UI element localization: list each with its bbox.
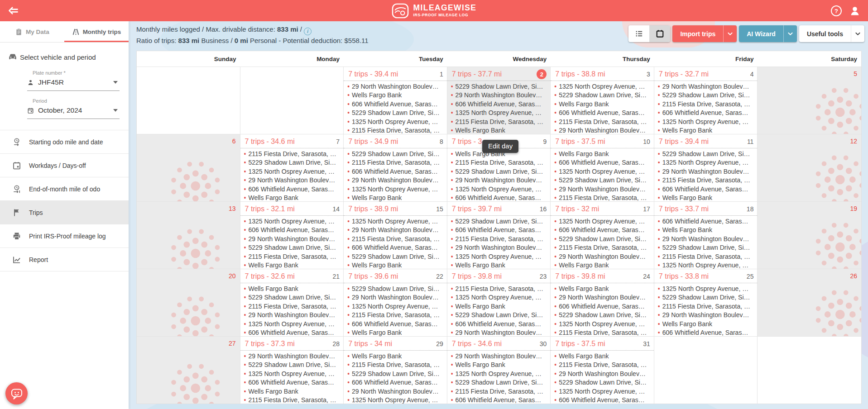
- tab-monthly-trips[interactable]: Monthly trips: [64, 21, 129, 42]
- collapse-sidebar-icon[interactable]: [7, 5, 19, 17]
- avatar-icon[interactable]: [849, 5, 861, 17]
- calendar-day-24[interactable]: 7 trips - 39.8 mi24•Wells Fargo Bank•29 …: [551, 269, 654, 336]
- bullet-icon: •: [244, 370, 246, 377]
- calendar-day-1[interactable]: 7 trips - 39.4 mi1•29 North Washington B…: [344, 67, 447, 134]
- bullet-icon: •: [658, 100, 660, 108]
- calendar-day-8[interactable]: 7 trips - 34.9 mi8•5229 Shadow Lawn Driv…: [344, 134, 447, 201]
- bullet-icon: •: [347, 320, 350, 328]
- sidebar: My Data Monthly trips Select vehicle and…: [0, 21, 129, 409]
- calendar-day-15[interactable]: 7 trips - 38.9 mi15•1325 North Osprey Av…: [344, 202, 447, 269]
- period-select[interactable]: October, 2024: [27, 106, 120, 119]
- bullet-icon: •: [347, 218, 350, 225]
- calendar-day-12[interactable]: 12: [758, 134, 861, 201]
- trip-location: 29 North Washington Boulev…: [456, 244, 542, 251]
- calendar-day-16[interactable]: 7 trips - 39.7 mi16•5229 Shadow Lawn Dri…: [447, 202, 551, 269]
- calendar-day-11[interactable]: 7 trips - 39.4 mi11•5229 Shadow Lawn Dri…: [654, 134, 758, 201]
- day-number: 31: [643, 340, 650, 347]
- tab-my-data[interactable]: My Data: [0, 21, 64, 42]
- calendar-day-23[interactable]: 7 trips - 39.8 mi23•2115 Fiesta Drive, S…: [447, 269, 551, 336]
- bullet-icon: •: [244, 396, 246, 404]
- calendar-day-25[interactable]: 7 trips - 33.8 mi25•1325 North Osprey Av…: [654, 269, 758, 336]
- calendar-day-18[interactable]: 7 trips - 33.7 mi18•606 Whitfield Avenue…: [654, 202, 758, 269]
- calendar-day-31[interactable]: 7 trips - 37.5 mi31•Wells Fargo Bank•211…: [551, 337, 654, 404]
- ai-wizard-button[interactable]: AI Wizard: [739, 25, 797, 42]
- plate-number-select[interactable]: JHF45R: [27, 78, 120, 91]
- bullet-icon: •: [244, 285, 246, 292]
- useful-tools-button[interactable]: Useful tools: [799, 25, 864, 42]
- calendar-day-17[interactable]: 7 trips - 32 mi17•1325 North Osprey Aven…: [551, 202, 654, 269]
- calendar-day-21[interactable]: 7 trips - 32.6 mi21•Wells Fargo Bank•522…: [240, 269, 344, 336]
- trip-list-item: •5229 Shadow Lawn Drive, Si…: [451, 379, 549, 387]
- trip-list-item: •2115 Fiesta Drive, Sarasota, …: [347, 311, 445, 320]
- day-trips-summary: 7 trips - 32.1 mi: [245, 204, 295, 214]
- trip-location: 5229 Shadow Lawn Drive, Si…: [559, 176, 647, 184]
- chevron-down-icon[interactable]: [783, 25, 797, 42]
- trip-list-item: •29 North Washington Boulev…: [451, 352, 549, 361]
- calendar-day-5[interactable]: 5: [758, 67, 861, 134]
- trip-list-item: •Wells Fargo Bank: [244, 285, 342, 294]
- tab-label: Monthly trips: [83, 29, 121, 35]
- sidebar-item-end-of-month-mile-of-odo[interactable]: End-of-month mile of odo: [0, 177, 129, 201]
- list-view-button[interactable]: [628, 25, 649, 42]
- bullet-icon: •: [244, 262, 246, 269]
- day-number: 21: [333, 273, 340, 280]
- chevron-down-icon[interactable]: [851, 25, 864, 42]
- bullet-icon: •: [347, 194, 350, 201]
- trip-location: 1325 North Osprey Avenue, …: [559, 388, 645, 395]
- trip-location: 29 North Washington Boulev…: [456, 352, 542, 360]
- calendar-view-button[interactable]: [649, 25, 670, 42]
- info-icon[interactable]: i: [304, 28, 312, 35]
- calendar-day-29[interactable]: 7 trips - 34 mi29•Wells Fargo Bank•2115 …: [344, 337, 447, 404]
- sidebar-item-workdays-days-off[interactable]: Workdays / Days-off: [0, 154, 129, 177]
- calendar-day-28[interactable]: 7 trips - 37.3 mi28•29 North Washington …: [240, 337, 344, 404]
- sidebar-item-starting-odo-mile-and-date[interactable]: Starting odo mile and date: [0, 130, 129, 154]
- trip-location: 2115 Fiesta Drive, Sarasota, …: [248, 396, 336, 404]
- calendar-day-27[interactable]: 27: [137, 337, 240, 404]
- trip-list-item: •29 North Washington Boulev…: [658, 235, 756, 244]
- trip-location: 606 Whitfield Avenue, Saras…: [456, 194, 542, 201]
- calendar-day-19[interactable]: 19: [758, 202, 861, 269]
- bullet-icon: •: [554, 91, 556, 99]
- day-cell-header: 7 trips - 37.5 mi10: [551, 134, 654, 148]
- bullet-icon: •: [658, 83, 660, 90]
- calendar-day-10[interactable]: 7 trips - 37.5 mi10•Wells Fargo Bank•606…: [551, 134, 654, 201]
- bullet-icon: •: [658, 329, 660, 336]
- trip-list: •Wells Fargo Bank•29 North Washington Bo…: [551, 283, 654, 336]
- sidebar-item-report[interactable]: Report: [0, 248, 129, 271]
- trip-location: 606 Whitfield Avenue, Saras…: [456, 396, 542, 404]
- trip-location: 5229 Shadow Lawn Drive, Si…: [248, 159, 336, 166]
- import-trips-button[interactable]: Import trips: [672, 25, 737, 42]
- calendar-day-7[interactable]: 7 trips - 34.6 mi7•2115 Fiesta Drive, Sa…: [240, 134, 344, 201]
- calendar-day-2[interactable]: 7 trips - 37.7 mi2•5229 Shadow Lawn Driv…: [447, 67, 551, 134]
- bullet-icon: •: [451, 83, 453, 90]
- trip-list-item: •Wells Fargo Bank: [347, 262, 445, 269]
- calendar-day-20[interactable]: 20: [137, 269, 240, 336]
- day-cell-header: 7 trips - 39.7 mi16: [447, 202, 551, 216]
- calendar-day-6[interactable]: 6: [137, 134, 240, 201]
- bullet-icon: •: [658, 194, 660, 201]
- chevron-down-icon[interactable]: [723, 25, 737, 42]
- trip-location: Wells Fargo Bank: [662, 127, 712, 134]
- sidebar-item-trips[interactable]: Trips: [0, 201, 129, 224]
- chat-support-button[interactable]: [5, 382, 28, 404]
- calendar-day-26[interactable]: 26: [758, 269, 861, 336]
- calendar-day-22[interactable]: 7 trips - 39.6 mi22•5229 Shadow Lawn Dri…: [344, 269, 447, 336]
- trip-location: Wells Fargo Bank: [352, 91, 402, 99]
- calendar-day-14[interactable]: 7 trips - 32.1 mi14•1325 North Osprey Av…: [240, 202, 344, 269]
- stats-personal-miles: 0 mi: [235, 37, 248, 44]
- trip-list-item: •606 Whitfield Avenue, Saras…: [347, 100, 445, 109]
- calendar-day-3[interactable]: 7 trips - 38.8 mi3•1325 North Osprey Ave…: [551, 67, 654, 134]
- bullet-icon: •: [554, 194, 556, 201]
- trip-list-item: •606 Whitfield Avenue, Saras…: [451, 194, 549, 201]
- calendar-day-13[interactable]: 13: [137, 202, 240, 269]
- help-icon[interactable]: ?: [830, 5, 842, 17]
- trip-list: •2115 Fiesta Drive, Sarasota, …•5229 Sha…: [240, 148, 344, 201]
- calendar-day-4[interactable]: 7 trips - 32.7 mi4•29 North Washington B…: [654, 67, 758, 134]
- trip-list: •Wells Fargo Bank•5229 Shadow Lawn Drive…: [240, 283, 344, 336]
- sidebar-item-print-irs-proof-mileage-log[interactable]: Print IRS-Proof mileage log: [0, 224, 129, 248]
- trip-list-item: •29 North Washington Boulev…: [554, 294, 652, 302]
- trip-location: 606 Whitfield Avenue, Saras…: [662, 185, 748, 193]
- bullet-icon: •: [244, 361, 246, 368]
- calendar-day-30[interactable]: 7 trips - 34.6 mi30•29 North Washington …: [447, 337, 551, 404]
- calendar-week-row: 7 trips - 39.4 mi1•29 North Washington B…: [137, 67, 861, 134]
